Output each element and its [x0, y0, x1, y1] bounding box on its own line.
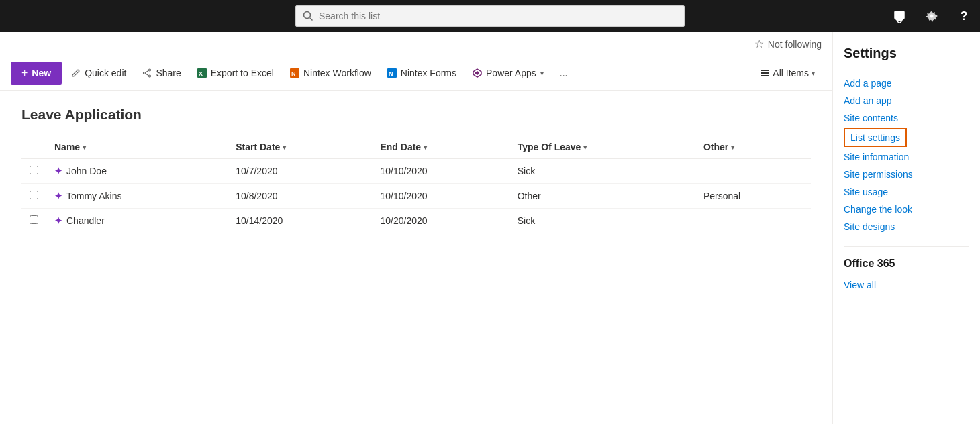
row-name-value-0[interactable]: John Doe: [66, 166, 107, 176]
row-name-value-2[interactable]: Chandler: [66, 215, 105, 226]
row-type-of-leave-2: Sick: [509, 209, 695, 233]
more-button[interactable]: ...: [553, 62, 575, 84]
settings-link-site-designs[interactable]: Site designs: [844, 218, 969, 235]
share-button[interactable]: Share: [136, 62, 187, 84]
col-header-start-date[interactable]: Start Date ▾: [228, 136, 372, 158]
checkbox-0[interactable]: [30, 166, 38, 174]
svg-rect-19: [761, 75, 769, 76]
checkbox-1[interactable]: [30, 191, 38, 199]
nintex-workflow-button[interactable]: N Nintex Workflow: [283, 62, 378, 84]
svg-line-8: [146, 74, 149, 76]
export-excel-button[interactable]: X Export to Excel: [191, 62, 281, 84]
settings-link-add-app[interactable]: Add an app: [844, 92, 969, 109]
table-body: ✦ John Doe 10/7/2020 10/10/2020 Sick ✦ T…: [21, 158, 811, 233]
settings-link-site-usage[interactable]: Site usage: [844, 183, 969, 201]
row-name-value-1[interactable]: Tommy Akins: [66, 191, 121, 201]
checkbox-header: [21, 136, 46, 158]
power-apps-chevron: ▾: [540, 70, 544, 77]
help-button[interactable]: ?: [948, 0, 980, 32]
content-area: ☆ Not following + New Quick edit: [0, 32, 832, 424]
new-button[interactable]: + New: [11, 62, 62, 85]
svg-text:N: N: [389, 70, 393, 77]
svg-point-5: [149, 75, 151, 77]
search-icon: [303, 11, 313, 21]
power-apps-button[interactable]: Power Apps ▾: [466, 62, 550, 84]
table-row[interactable]: ✦ Chandler 10/14/2020 10/20/2020 Sick: [21, 209, 811, 233]
row-checkbox-0[interactable]: [21, 158, 46, 184]
svg-rect-18: [761, 72, 769, 74]
view-all-link[interactable]: View all: [844, 276, 969, 294]
nintex-wf-icon: N: [290, 68, 299, 78]
all-items-chevron: ▾: [812, 70, 815, 77]
data-table: Name ▾ Start Date ▾ End: [21, 136, 811, 233]
main-layout: ☆ Not following + New Quick edit: [0, 32, 980, 424]
other-sort-icon: ▾: [731, 144, 734, 151]
list-icon: [761, 68, 770, 78]
end-date-sort-icon: ▾: [424, 144, 427, 151]
checkbox-2[interactable]: [30, 215, 38, 224]
row-name-icon-0: ✦: [54, 166, 62, 176]
row-other-1: Personal: [695, 184, 811, 209]
row-end-date-2: 10/20/2020: [372, 209, 509, 233]
row-type-of-leave-1: Other: [509, 184, 695, 209]
row-name-icon-1: ✦: [54, 191, 62, 201]
top-bar: ?: [0, 0, 980, 32]
settings-link-site-permissions[interactable]: Site permissions: [844, 166, 969, 183]
svg-line-7: [146, 70, 149, 72]
table-row[interactable]: ✦ John Doe 10/7/2020 10/10/2020 Sick: [21, 158, 811, 184]
settings-links: Add a pageAdd an appSite contentsList se…: [844, 74, 969, 235]
search-box[interactable]: [295, 5, 685, 27]
col-header-other[interactable]: Other ▾: [695, 136, 811, 158]
office365-title: Office 365: [844, 258, 969, 270]
powerapps-icon: [473, 68, 482, 78]
settings-link-site-contents[interactable]: Site contents: [844, 109, 969, 127]
plus-icon: +: [21, 67, 28, 79]
svg-point-6: [144, 72, 146, 74]
table-row[interactable]: ✦ Tommy Akins 10/8/2020 10/10/2020 Other…: [21, 184, 811, 209]
not-following-button[interactable]: ☆ Not following: [754, 38, 822, 50]
name-sort-icon: ▾: [83, 144, 86, 151]
row-checkbox-2[interactable]: [21, 209, 46, 233]
row-checkbox-1[interactable]: [21, 184, 46, 209]
start-date-sort-icon: ▾: [283, 144, 286, 151]
row-name-0: ✦ John Doe: [46, 158, 228, 184]
star-icon: ☆: [754, 38, 764, 50]
nintex-forms-icon: N: [387, 68, 397, 78]
svg-point-4: [149, 69, 151, 71]
list-area: Leave Application Name ▾ St: [0, 91, 832, 244]
gear-button[interactable]: [916, 0, 948, 32]
settings-link-site-information[interactable]: Site information: [844, 148, 969, 166]
not-following-bar: ☆ Not following: [0, 32, 832, 56]
svg-text:X: X: [199, 70, 203, 77]
col-header-type-of-leave[interactable]: Type Of Leave ▾: [509, 136, 695, 158]
row-name-1: ✦ Tommy Akins: [46, 184, 228, 209]
search-input[interactable]: [319, 11, 677, 21]
settings-link-change-the-look[interactable]: Change the look: [844, 201, 969, 218]
settings-divider: [844, 246, 969, 247]
all-items-button[interactable]: All Items ▾: [754, 64, 822, 83]
row-other-0: [695, 158, 811, 184]
row-type-of-leave-0: Sick: [509, 158, 695, 184]
svg-rect-17: [761, 70, 769, 71]
top-bar-actions: ?: [883, 0, 980, 32]
settings-title: Settings: [844, 46, 969, 61]
excel-icon: X: [197, 68, 207, 78]
comment-button[interactable]: [883, 0, 916, 32]
nintex-forms-button[interactable]: N Nintex Forms: [381, 62, 463, 84]
pencil-icon: [71, 68, 81, 78]
row-end-date-0: 10/10/2020: [372, 158, 509, 184]
table-header-row: Name ▾ Start Date ▾ End: [21, 136, 811, 158]
row-start-date-1: 10/8/2020: [228, 184, 372, 209]
row-other-2: [695, 209, 811, 233]
settings-link-list-settings[interactable]: List settings: [844, 128, 907, 147]
quick-edit-button[interactable]: Quick edit: [64, 62, 133, 84]
settings-panel: Settings Add a pageAdd an appSite conten…: [832, 32, 980, 424]
row-name-icon-2: ✦: [54, 215, 62, 226]
settings-link-add-page[interactable]: Add a page: [844, 74, 969, 92]
col-header-name[interactable]: Name ▾: [46, 136, 228, 158]
svg-point-0: [304, 12, 311, 19]
col-header-end-date[interactable]: End Date ▾: [372, 136, 509, 158]
svg-marker-16: [475, 71, 479, 75]
list-title: Leave Application: [21, 107, 811, 123]
row-end-date-1: 10/10/2020: [372, 184, 509, 209]
